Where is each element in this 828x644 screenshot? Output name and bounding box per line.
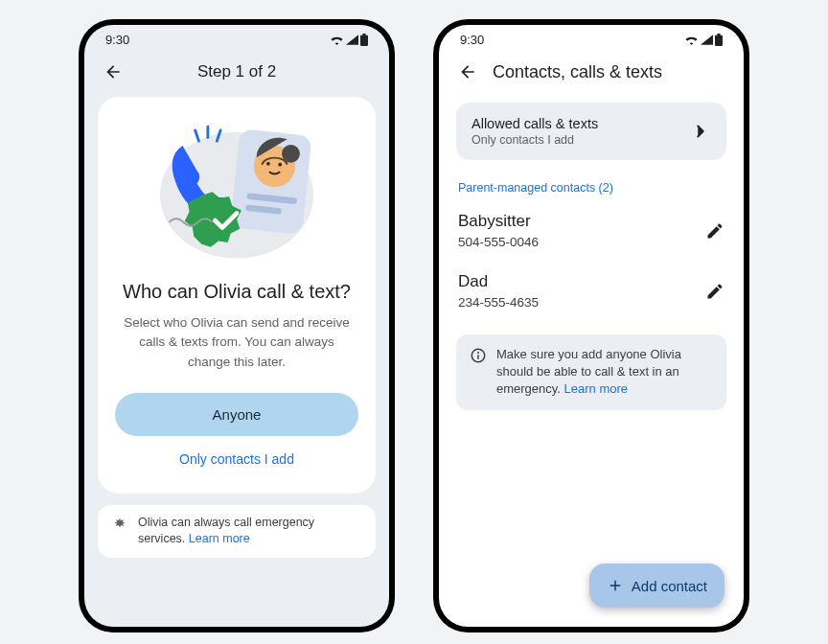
add-contact-label: Add contact (632, 578, 707, 594)
header: Step 1 of 2 (84, 51, 389, 97)
emergency-learn-more-link[interactable]: Learn more (189, 532, 250, 545)
allowed-calls-text: Allowed calls & texts Only contacts I ad… (472, 116, 690, 147)
svg-point-3 (266, 162, 270, 166)
chevron-right-icon (690, 121, 711, 142)
contact-row[interactable]: Dad 234-555-4635 (456, 261, 726, 321)
emergency-notice: Olivia can always call emergency service… (98, 505, 376, 558)
edit-icon[interactable] (705, 282, 724, 301)
screen-right: 9:30 Contacts, calls & texts Allowed cal… (439, 25, 744, 627)
status-time: 9:30 (460, 33, 484, 47)
question-subtitle: Select who Olivia can send and receive c… (115, 313, 358, 372)
svg-point-5 (282, 145, 300, 163)
anyone-button[interactable]: Anyone (115, 393, 358, 436)
svg-point-9 (477, 352, 479, 354)
battery-icon (360, 34, 368, 46)
info-icon (470, 347, 487, 364)
question-title: Who can Olivia call & text? (123, 279, 351, 304)
plus-icon (607, 577, 624, 594)
info-learn-more-link[interactable]: Learn more (564, 381, 628, 396)
back-button[interactable] (456, 60, 479, 83)
battery-icon (715, 34, 723, 46)
allowed-calls-sub: Only contacts I add (472, 133, 690, 147)
allowed-calls-row[interactable]: Allowed calls & texts Only contacts I ad… (456, 103, 726, 160)
only-contacts-button[interactable]: Only contacts I add (115, 436, 358, 471)
parent-managed-label: Parent-managed contacts (2) (458, 181, 724, 195)
contact-name: Dad (458, 272, 705, 291)
status-icons (684, 34, 723, 46)
wifi-icon (330, 34, 344, 45)
header: Contacts, calls & texts (439, 51, 744, 97)
cell-signal-icon (701, 34, 713, 45)
page-title: Contacts, calls & texts (493, 62, 662, 82)
edit-icon[interactable] (705, 221, 724, 241)
screen-left: 9:30 Step 1 of 2 (84, 25, 389, 627)
phone-frame-right: 9:30 Contacts, calls & texts Allowed cal… (433, 19, 749, 632)
contact-phone: 504-555-0046 (458, 235, 705, 249)
main-card: Who can Olivia call & text? Select who O… (98, 97, 376, 494)
cell-signal-icon (346, 34, 358, 45)
back-arrow-icon (458, 62, 477, 81)
status-icons (330, 34, 368, 46)
step-indicator: Step 1 of 2 (102, 62, 372, 81)
status-bar: 9:30 (84, 25, 389, 51)
wifi-icon (684, 34, 699, 45)
phone-frame-left: 9:30 Step 1 of 2 (79, 19, 395, 632)
contact-name: Babysitter (458, 212, 705, 231)
status-bar: 9:30 (439, 25, 744, 51)
illustration (146, 114, 328, 267)
svg-rect-10 (477, 355, 479, 359)
emergency-info-box: Make sure you add anyone Olivia should b… (456, 334, 726, 410)
emergency-info-text: Make sure you add anyone Olivia should b… (496, 346, 713, 399)
svg-point-4 (278, 163, 282, 167)
emergency-icon (111, 517, 128, 534)
contact-row[interactable]: Babysitter 504-555-0046 (456, 200, 726, 261)
add-contact-button[interactable]: Add contact (589, 564, 724, 608)
allowed-calls-title: Allowed calls & texts (472, 116, 690, 131)
contact-phone: 234-555-4635 (458, 295, 705, 310)
emergency-notice-text: Olivia can always call emergency service… (138, 515, 362, 548)
status-time: 9:30 (105, 33, 129, 47)
content-body: Allowed calls & texts Only contacts I ad… (439, 97, 744, 627)
